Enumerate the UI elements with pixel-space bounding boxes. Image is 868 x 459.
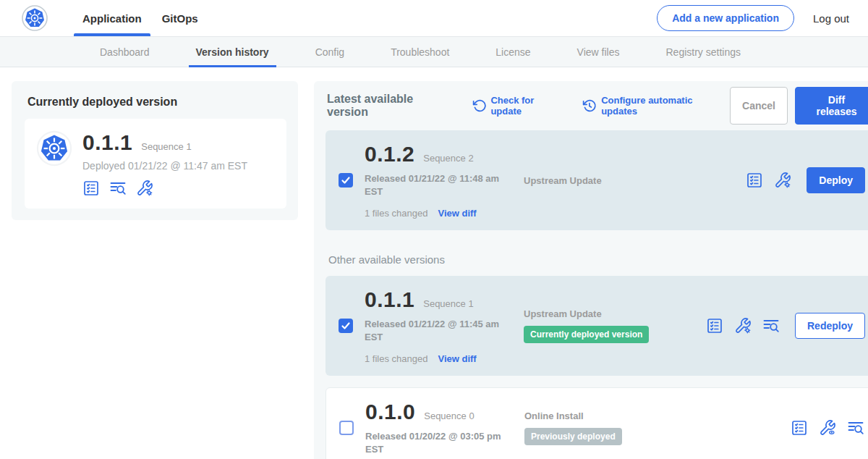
version-history-panel: Latest available version Check for updat…: [314, 81, 868, 459]
app-subnav: Dashboard Version history Config Trouble…: [0, 36, 868, 67]
configure-updates-link[interactable]: Configure automatic updates: [582, 95, 730, 117]
deployed-version-number: 0.1.1: [82, 130, 132, 155]
subnav-registry-settings[interactable]: Registry settings: [658, 37, 747, 67]
deployed-version-card: 0.1.1 Sequence 1 Deployed 01/21/22 @ 11:…: [25, 119, 286, 209]
subnav-version-history[interactable]: Version history: [189, 37, 276, 67]
deployed-version-info: 0.1.1 Sequence 1 Deployed 01/21/22 @ 11:…: [82, 130, 247, 197]
subnav-troubleshoot[interactable]: Troubleshoot: [383, 37, 456, 67]
edit-config-icon[interactable]: [136, 180, 153, 197]
source-label: Online Install: [524, 410, 584, 421]
subnav-license[interactable]: License: [488, 37, 537, 67]
release-notes-icon[interactable]: [706, 317, 723, 334]
deployed-card-title: Currently deployed version: [25, 96, 286, 109]
view-logs-icon[interactable]: [847, 419, 864, 437]
redeploy-button[interactable]: Redeploy: [795, 313, 865, 339]
diff-releases-button[interactable]: Diff releases: [795, 87, 868, 125]
version-source: Online Install Previously deployed: [524, 410, 707, 445]
refresh-icon: [472, 98, 487, 113]
source-label: Upstream Update: [524, 308, 602, 319]
deploy-button[interactable]: Deploy: [807, 167, 865, 193]
version-actions: [791, 419, 864, 437]
tab-application[interactable]: Application: [72, 0, 152, 36]
view-diff-link[interactable]: View diff: [438, 208, 476, 219]
cancel-button[interactable]: Cancel: [730, 87, 788, 125]
kubernetes-logo-icon[interactable]: [22, 5, 48, 31]
version-actions: Redeploy: [706, 313, 865, 339]
check-for-update-link[interactable]: Check for update: [472, 95, 567, 117]
checkmark-icon: [341, 175, 351, 185]
subnav-view-files[interactable]: View files: [570, 37, 627, 67]
version-history-header: Latest available version Check for updat…: [326, 93, 868, 119]
version-info: 0.1.1 Sequence 1 Released 01/21/22 @ 11:…: [365, 287, 511, 364]
view-diff-link[interactable]: View diff: [438, 353, 476, 364]
version-number: 0.1.1: [365, 287, 414, 312]
version-number: 0.1.2: [365, 142, 414, 167]
other-versions-heading: Other available versions: [328, 253, 868, 266]
currently-deployed-card: Currently deployed version 0.1.1 Seque: [12, 81, 298, 220]
released-timestamp: Released 01/20/22 @ 03:05 pm EST: [365, 430, 511, 455]
version-sequence: Sequence 0: [424, 410, 474, 421]
configure-updates-label: Configure automatic updates: [601, 95, 730, 117]
schedule-update-icon: [582, 98, 597, 113]
edit-config-icon[interactable]: [774, 172, 791, 189]
files-changed: 1 files changed: [365, 208, 427, 219]
release-notes-icon[interactable]: [746, 172, 763, 189]
files-changed: 1 files changed: [365, 353, 427, 364]
source-label: Upstream Update: [524, 175, 602, 186]
deployed-timestamp: Deployed 01/21/22 @ 11:47 am EST: [82, 160, 247, 172]
version-info: 0.1.0 Sequence 0 Released 01/20/22 @ 03:…: [365, 400, 511, 455]
released-timestamp: Released 01/21/22 @ 11:45 am EST: [365, 318, 511, 343]
top-navbar: Application GitOps Add a new application…: [0, 0, 868, 36]
version-info: 0.1.2 Sequence 2 Released 01/21/22 @ 11:…: [365, 142, 511, 219]
release-notes-icon[interactable]: [82, 180, 100, 197]
version-source: Upstream Update: [524, 175, 706, 186]
release-notes-icon[interactable]: [791, 419, 808, 437]
version-row-0-1-2: 0.1.2 Sequence 2 Released 01/21/22 @ 11:…: [326, 130, 868, 230]
version-source: Upstream Update Currently deployed versi…: [524, 308, 706, 343]
deployed-sequence: Sequence 1: [141, 141, 191, 152]
subnav-dashboard[interactable]: Dashboard: [93, 37, 157, 67]
version-actions: Deploy: [746, 167, 865, 193]
previously-deployed-badge: Previously deployed: [524, 428, 622, 445]
version-checkbox[interactable]: [339, 319, 353, 333]
view-logs-icon[interactable]: [762, 317, 780, 334]
version-checkbox[interactable]: [339, 421, 354, 435]
view-logs-icon[interactable]: [109, 180, 127, 197]
edit-config-icon[interactable]: [734, 317, 752, 334]
add-application-button[interactable]: Add a new application: [657, 5, 794, 31]
kubernetes-app-icon: [36, 130, 72, 167]
check-for-update-label: Check for update: [490, 95, 566, 117]
version-sequence: Sequence 1: [423, 298, 473, 309]
released-timestamp: Released 01/21/22 @ 11:48 am EST: [365, 172, 511, 198]
view-config-icon[interactable]: [819, 419, 836, 437]
version-checkbox[interactable]: [339, 173, 353, 188]
version-sequence: Sequence 2: [423, 153, 473, 164]
tab-gitops[interactable]: GitOps: [152, 0, 208, 36]
main-content: Currently deployed version 0.1.1 Seque: [0, 67, 868, 459]
version-row-0-1-0: 0.1.0 Sequence 0 Released 01/20/22 @ 03:…: [326, 387, 868, 459]
logout-link[interactable]: Log out: [813, 12, 849, 25]
subnav-config[interactable]: Config: [308, 37, 352, 67]
version-number: 0.1.0: [365, 400, 415, 424]
checkmark-icon: [341, 321, 351, 331]
currently-deployed-badge: Currently deployed version: [524, 326, 649, 343]
latest-version-heading: Latest available version: [327, 93, 456, 119]
version-row-0-1-1: 0.1.1 Sequence 1 Released 01/21/22 @ 11:…: [326, 276, 868, 376]
